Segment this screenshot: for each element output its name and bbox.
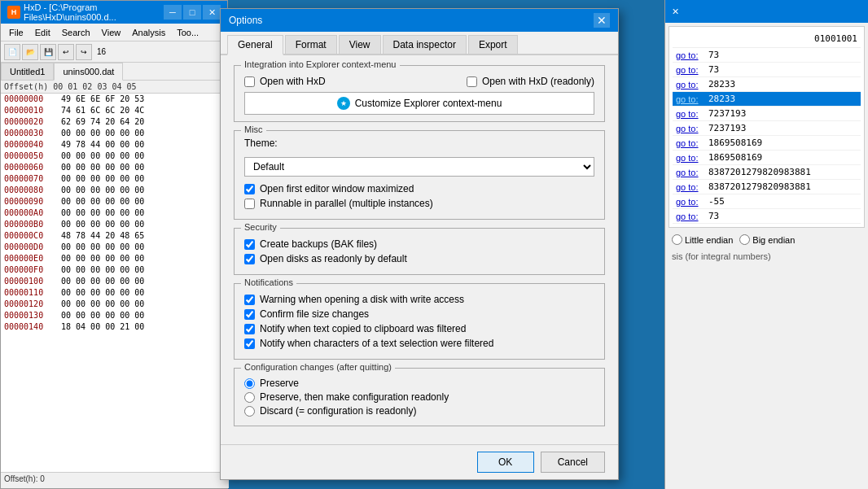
dialog-overlay: Options ✕ General Format View Data inspe… [0,0,868,489]
security-label: Security [241,222,280,232]
dialog-body: Integration into Explorer context-menu O… [221,55,618,444]
open-maximized-checkbox[interactable] [244,184,255,194]
confirm-filesize-row: Confirm file size changes [244,308,594,320]
notify-selection-label: Notify when characters of a text selecti… [260,338,493,349]
open-disks-readonly-label: Open disks as readonly by default [260,253,407,264]
create-backups-label: Create backups (BAK files) [260,238,377,250]
options-dialog: Options ✕ General Format View Data inspe… [220,8,619,480]
cancel-button[interactable]: Cancel [541,452,605,473]
config-label: Configuration changes (after quitting) [241,362,395,372]
discard-radio[interactable] [244,406,255,417]
preserve-then-label: Preserve, then make configuration readon… [260,391,449,403]
warning-disk-row: Warning when opening a disk with write a… [244,294,594,305]
dialog-close-button[interactable]: ✕ [594,13,610,28]
tab-data-inspector[interactable]: Data inspector [383,35,467,54]
open-with-hxd-row: Open with HxD Open with HxD (readonly) [244,76,594,87]
tab-format[interactable]: Format [285,35,337,54]
config-section: Configuration changes (after quitting) P… [234,368,605,426]
warning-disk-checkbox[interactable] [244,295,255,305]
create-backups-checkbox[interactable] [244,239,255,250]
preserve-label: Preserve [260,378,299,389]
preserve-radio[interactable] [244,378,255,389]
customize-btn-label: Customize Explorer context-menu [355,98,502,109]
open-with-hxd-label: Open with HxD [260,76,326,87]
preserve-row: Preserve [244,378,594,389]
notify-selection-checkbox[interactable] [244,338,255,349]
dialog-titlebar: Options ✕ [221,9,618,32]
runnable-parallel-row: Runnable in parallel (multiple instances… [244,198,594,209]
confirm-filesize-label: Confirm file size changes [260,308,369,320]
customize-explorer-button[interactable]: ★ Customize Explorer context-menu [244,92,594,115]
tab-general[interactable]: General [227,35,283,55]
security-section: Security Create backups (BAK files) Open… [234,228,605,275]
open-maximized-row: Open first editor window maximized [244,183,594,194]
theme-select[interactable]: Default [244,157,594,177]
create-backups-row: Create backups (BAK files) [244,238,594,250]
confirm-filesize-checkbox[interactable] [244,309,255,320]
preserve-then-radio[interactable] [244,392,255,403]
dialog-tabs: General Format View Data inspector Expor… [221,32,618,55]
ok-button[interactable]: OK [477,452,534,473]
runnable-parallel-label: Runnable in parallel (multiple instances… [260,198,433,209]
tab-export[interactable]: Export [468,35,518,54]
tab-view[interactable]: View [339,35,381,54]
explorer-label: Integration into Explorer context-menu [241,59,400,69]
notify-clipboard-label: Notify when text copied to clipboard was… [260,323,466,334]
discard-label: Discard (= configuration is readonly) [260,405,416,417]
notifications-section: Notifications Warning when opening a dis… [234,283,605,360]
notify-clipboard-checkbox[interactable] [244,324,255,334]
open-maximized-label: Open first editor window maximized [260,183,414,194]
open-with-hxd-checkbox[interactable] [244,76,255,87]
misc-section: Misc Theme: Default Open first editor wi… [234,130,605,220]
theme-row: Theme: [244,138,594,149]
open-disks-readonly-checkbox[interactable] [244,254,255,264]
misc-label: Misc [241,124,266,134]
notify-selection-row: Notify when characters of a text selecti… [244,338,594,349]
runnable-parallel-checkbox[interactable] [244,199,255,209]
theme-label: Theme: [244,138,278,149]
warning-disk-label: Warning when opening a disk with write a… [260,294,464,305]
open-readonly-row: Open disks as readonly by default [244,253,594,264]
customize-icon: ★ [337,97,350,110]
open-readonly-label: Open with HxD (readonly) [482,76,594,87]
explorer-section: Integration into Explorer context-menu O… [234,65,605,122]
open-readonly-checkbox[interactable] [467,76,477,87]
notifications-label: Notifications [241,277,296,287]
dialog-title: Options [229,15,262,26]
discard-row: Discard (= configuration is readonly) [244,405,594,417]
preserve-then-row: Preserve, then make configuration readon… [244,391,594,403]
dialog-footer: OK Cancel [221,444,618,479]
notify-clipboard-row: Notify when text copied to clipboard was… [244,323,594,334]
